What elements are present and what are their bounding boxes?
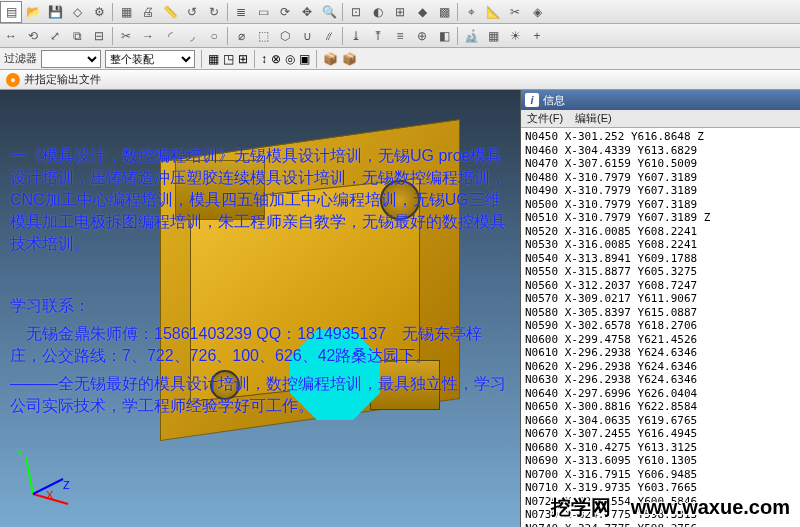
filter-tool-6-icon[interactable]: ◎ — [285, 52, 295, 66]
fillet-icon[interactable]: ◜ — [159, 25, 181, 47]
boolean-icon[interactable]: ∪ — [296, 25, 318, 47]
svg-line-1 — [26, 457, 33, 494]
model-selected-face — [290, 330, 380, 420]
draft-icon[interactable]: ⬚ — [252, 25, 274, 47]
ruler-icon[interactable]: 📏 — [159, 1, 181, 23]
step-prompt-bar: ● 并指定输出文件 — [0, 70, 800, 90]
analyze-icon[interactable]: 🔬 — [460, 25, 482, 47]
filter-bar: 过滤器 整个装配 ▦ ◳ ⊞ ↕ ⊗ ◎ ▣ 📦 📦 — [0, 48, 800, 70]
hole-icon[interactable]: ○ — [203, 25, 225, 47]
info-panel-menubar: 文件(F) 编辑(E) — [521, 110, 800, 128]
project-icon[interactable]: ⤓ — [345, 25, 367, 47]
iso-icon[interactable]: ◈ — [526, 1, 548, 23]
grid-icon[interactable]: ▩ — [433, 1, 455, 23]
chamfer-icon[interactable]: ◞ — [181, 25, 203, 47]
thread-icon[interactable]: ⌀ — [230, 25, 252, 47]
render-icon[interactable]: ☀ — [504, 25, 526, 47]
print-icon[interactable]: 🖨 — [137, 1, 159, 23]
mirror-icon[interactable]: ⧉ — [66, 25, 88, 47]
axis-z-label: Z — [63, 479, 70, 491]
info-icon: i — [525, 93, 539, 107]
filter-tool-3-icon[interactable]: ⊞ — [238, 52, 248, 66]
save-icon[interactable]: 💾 — [44, 1, 66, 23]
rotate-3d-icon[interactable]: ⟲ — [22, 25, 44, 47]
split-icon[interactable]: ⫽ — [318, 25, 340, 47]
select-icon[interactable]: ▭ — [252, 1, 274, 23]
offsets-icon[interactable]: ⤒ — [367, 25, 389, 47]
file-open-icon[interactable]: 📂 — [22, 1, 44, 23]
info-panel-title: 信息 — [543, 93, 565, 108]
shade-icon[interactable]: ◆ — [411, 1, 433, 23]
layers-icon[interactable]: ≣ — [230, 1, 252, 23]
cog-icon[interactable]: ⚙ — [88, 1, 110, 23]
measure-icon[interactable]: 📐 — [482, 1, 504, 23]
mesh-icon[interactable]: ▦ — [482, 25, 504, 47]
graphics-viewport[interactable]: 一《模具设计，数控编程培训》无锡模具设计培训，无锡UG proe模具设计培训，压… — [0, 90, 800, 527]
move-icon[interactable]: ↔ — [0, 25, 22, 47]
filter-tool-8-icon[interactable]: 📦 — [323, 52, 338, 66]
table-icon[interactable]: ▦ — [115, 1, 137, 23]
cut-icon[interactable]: ✂ — [504, 1, 526, 23]
filter-tool-9-icon[interactable]: 📦 — [342, 52, 357, 66]
model-pad — [370, 360, 440, 410]
filter-tool-4-icon[interactable]: ↕ — [261, 52, 267, 66]
view-icon[interactable]: ◐ — [367, 1, 389, 23]
plus-icon[interactable]: + — [526, 25, 548, 47]
info-panel-body[interactable]: N0450 X-301.252 Y616.8648 Z N0460 X-304.… — [521, 128, 800, 527]
filter-label: 过滤器 — [4, 51, 37, 66]
filter-select-1[interactable] — [41, 50, 101, 68]
model-hole-1 — [380, 180, 420, 220]
rotate-icon[interactable]: ⟳ — [274, 1, 296, 23]
align-icon[interactable]: ≡ — [389, 25, 411, 47]
info-panel: i 信息 文件(F) 编辑(E) N0450 X-301.252 Y616.86… — [520, 90, 800, 527]
axis-triad: X Y Z — [18, 449, 78, 509]
zoom-icon[interactable]: 🔍 — [318, 1, 340, 23]
scale-icon[interactable]: ⤢ — [44, 25, 66, 47]
step-icon: ● — [6, 73, 20, 87]
pattern-icon[interactable]: ⊟ — [88, 25, 110, 47]
model-boss — [175, 160, 265, 220]
cube-icon[interactable]: ◇ — [66, 1, 88, 23]
filter-tool-2-icon[interactable]: ◳ — [223, 52, 234, 66]
file-new-icon[interactable]: ▤ — [0, 1, 22, 23]
filter-tool-7-icon[interactable]: ▣ — [299, 52, 310, 66]
wire-icon[interactable]: ⊞ — [389, 1, 411, 23]
mold-model — [120, 110, 520, 527]
toolbar-primary: ▤📂💾◇⚙▦🖨📏↺↻≣▭⟳✥🔍⊡◐⊞◆▩⌖📐✂◈ — [0, 0, 800, 24]
info-menu-edit[interactable]: 编辑(E) — [575, 111, 612, 126]
assembly-icon[interactable]: ⊕ — [411, 25, 433, 47]
filter-select-2[interactable]: 整个装配 — [105, 50, 195, 68]
extend-icon[interactable]: → — [137, 25, 159, 47]
snap-icon[interactable]: ⌖ — [460, 1, 482, 23]
info-menu-file[interactable]: 文件(F) — [527, 111, 563, 126]
filter-tool-1-icon[interactable]: ▦ — [208, 52, 219, 66]
toolbar-secondary: ↔⟲⤢⧉⊟✂→◜◞○⌀⬚⬡∪⫽⤓⤒≡⊕◧🔬▦☀+ — [0, 24, 800, 48]
shell-icon[interactable]: ⬡ — [274, 25, 296, 47]
fit-icon[interactable]: ⊡ — [345, 1, 367, 23]
undo-icon[interactable]: ↺ — [181, 1, 203, 23]
info-panel-titlebar[interactable]: i 信息 — [521, 90, 800, 110]
mate-icon[interactable]: ◧ — [433, 25, 455, 47]
model-hole-2 — [210, 370, 240, 400]
filter-tool-5-icon[interactable]: ⊗ — [271, 52, 281, 66]
redo-icon[interactable]: ↻ — [203, 1, 225, 23]
watermark: 挖学网 www.waxue.com — [551, 494, 790, 521]
trim-icon[interactable]: ✂ — [115, 25, 137, 47]
pan-icon[interactable]: ✥ — [296, 1, 318, 23]
axis-y-label: Y — [16, 447, 23, 459]
step-prompt-text: 并指定输出文件 — [24, 72, 101, 87]
axis-x-label: X — [46, 489, 53, 501]
